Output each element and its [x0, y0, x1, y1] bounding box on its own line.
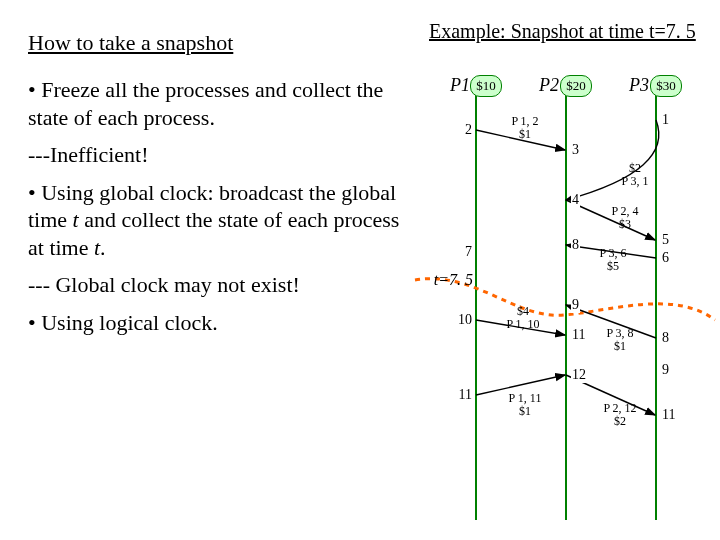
t75-label: t=7. 5: [434, 271, 473, 289]
msg-p1-11: P 1, 11$1: [509, 392, 542, 417]
gc-end: .: [100, 235, 106, 260]
p1-tick-10: 10: [457, 312, 473, 328]
p2-tick-3: 3: [571, 142, 580, 158]
note-inefficient: ---Inefficient!: [28, 141, 408, 169]
diagram: Example: Snapshot at time t=7. 5 P1 P2 P…: [415, 20, 715, 520]
msg-p2-4: P 2, 4$3: [611, 205, 638, 230]
bullet-logical-clock: • Using logical clock.: [28, 309, 408, 337]
p2-tick-8: 8: [571, 237, 580, 253]
p1-tick-2: 2: [464, 122, 473, 138]
p3-tick-11: 11: [661, 407, 676, 423]
left-column: How to take a snapshot • Freeze all the …: [28, 30, 408, 346]
p2-tick-9: 9: [571, 297, 580, 313]
p3-tick-5: 5: [661, 232, 670, 248]
left-title: How to take a snapshot: [28, 30, 408, 56]
p3-tick-6: 6: [661, 250, 670, 266]
p3-tick-1: 1: [661, 112, 670, 128]
p1-tick-11: 11: [458, 387, 473, 403]
note-no-clock: --- Global clock may not exist!: [28, 271, 408, 299]
p2-tick-11: 11: [571, 327, 586, 343]
gc-b: and collect the state of each process at…: [28, 207, 399, 260]
msg-p2-12: P 2, 12$2: [603, 402, 636, 427]
msg-p3-8: P 3, 8$1: [606, 327, 633, 352]
arrows-svg: [415, 20, 715, 520]
p2-tick-12: 12: [571, 367, 587, 383]
msg-p3-1: $2P 3, 1: [621, 162, 648, 187]
bullet-global-clock: • Using global clock: broadcast the glob…: [28, 179, 408, 262]
msg-p1-10: $4P 1, 10: [506, 305, 539, 330]
p3-tick-8: 8: [661, 330, 670, 346]
p2-tick-4: 4: [571, 192, 580, 208]
msg-p1-2: P 1, 2$1: [511, 115, 538, 140]
bullet-freeze: • Freeze all the processes and collect t…: [28, 76, 408, 131]
p3-tick-9: 9: [661, 362, 670, 378]
slide: How to take a snapshot • Freeze all the …: [0, 0, 720, 540]
p1-tick-7: 7: [464, 244, 473, 260]
msg-p3-6: P 3, 6$5: [599, 247, 626, 272]
